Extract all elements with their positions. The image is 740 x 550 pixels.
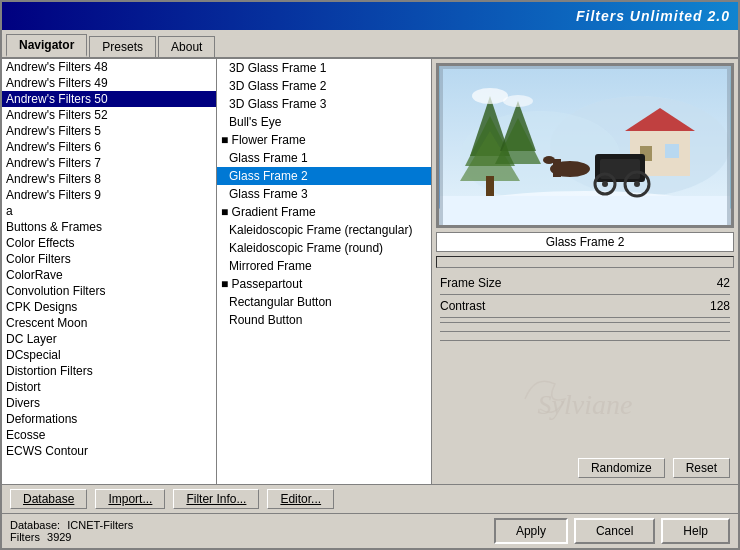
db-label: Database: bbox=[10, 519, 60, 531]
apply-button[interactable]: Apply bbox=[494, 518, 568, 544]
param-divider-2 bbox=[440, 331, 730, 332]
svg-point-24 bbox=[472, 88, 508, 104]
title-bar: Filters Unlimited 2.0 bbox=[2, 2, 738, 30]
progress-bar bbox=[436, 256, 734, 268]
svg-rect-14 bbox=[665, 144, 679, 158]
filter-list-item[interactable]: a bbox=[2, 203, 216, 219]
randomize-button[interactable]: Randomize bbox=[578, 458, 665, 478]
filters-label: Filters bbox=[10, 531, 40, 543]
sub-filter-item[interactable]: 3D Glass Frame 1 bbox=[217, 59, 431, 77]
database-button[interactable]: Database bbox=[10, 489, 87, 509]
filter-list-item[interactable]: Divers bbox=[2, 395, 216, 411]
tab-bar: Navigator Presets About bbox=[2, 30, 738, 59]
sub-filter-item[interactable]: Bull's Eye bbox=[217, 113, 431, 131]
params-container: Frame Size42Contrast128 bbox=[436, 274, 734, 320]
filter-list-panel: Andrew's Filters 48Andrew's Filters 49An… bbox=[2, 59, 217, 484]
filter-list-item[interactable]: Color Filters bbox=[2, 251, 216, 267]
filter-list-item[interactable]: DC Layer bbox=[2, 331, 216, 347]
sub-filter-item[interactable]: Glass Frame 3 bbox=[217, 185, 431, 203]
title-text: Filters Unlimited 2.0 bbox=[576, 8, 730, 24]
param-row: Frame Size42 bbox=[436, 274, 734, 292]
tab-navigator[interactable]: Navigator bbox=[6, 34, 87, 57]
filter-list-item[interactable]: Crescent Moon bbox=[2, 315, 216, 331]
filter-list-item[interactable]: Ecosse bbox=[2, 427, 216, 443]
editor-button[interactable]: Editor... bbox=[267, 489, 334, 509]
sub-filter-item[interactable]: ■ Flower Frame bbox=[217, 131, 431, 149]
filter-list-item[interactable]: Andrew's Filters 48 bbox=[2, 59, 216, 75]
status-bar: Database: ICNET-Filters Filters 3929 bbox=[10, 519, 494, 543]
filter-list-item[interactable]: Color Effects bbox=[2, 235, 216, 251]
svg-point-20 bbox=[634, 181, 640, 187]
help-button[interactable]: Help bbox=[661, 518, 730, 544]
sub-filter-item[interactable]: Glass Frame 2 bbox=[217, 167, 431, 185]
svg-point-23 bbox=[543, 156, 555, 164]
sub-filter-item[interactable]: Kaleidoscopic Frame (round) bbox=[217, 239, 431, 257]
filter-list-item[interactable]: Andrew's Filters 50 bbox=[2, 91, 216, 107]
main-content: Andrew's Filters 48Andrew's Filters 49An… bbox=[2, 59, 738, 484]
filter-list-item[interactable]: Andrew's Filters 49 bbox=[2, 75, 216, 91]
filter-list-item[interactable]: ECWS Contour bbox=[2, 443, 216, 459]
reset-button[interactable]: Reset bbox=[673, 458, 730, 478]
sub-filter-item[interactable]: Glass Frame 1 bbox=[217, 149, 431, 167]
right-panel: Glass Frame 2 Frame Size42Contrast128 Sy… bbox=[432, 59, 738, 484]
sub-filter-panel[interactable]: 3D Glass Frame 13D Glass Frame 23D Glass… bbox=[217, 59, 432, 484]
param-row: Contrast128 bbox=[436, 297, 734, 315]
filter-list-item[interactable]: Andrew's Filters 9 bbox=[2, 187, 216, 203]
preview-image bbox=[436, 63, 734, 228]
param-value: 42 bbox=[717, 276, 730, 290]
filter-list-item[interactable]: Andrew's Filters 6 bbox=[2, 139, 216, 155]
svg-rect-4 bbox=[440, 196, 730, 228]
sub-filter-item[interactable]: ■ Gradient Frame bbox=[217, 203, 431, 221]
filter-list-item[interactable]: Distort bbox=[2, 379, 216, 395]
param-label: Frame Size bbox=[440, 276, 501, 290]
filter-list-item[interactable]: CPK Designs bbox=[2, 299, 216, 315]
param-divider-3 bbox=[440, 340, 730, 341]
watermark-area: Sylviane bbox=[436, 343, 734, 454]
svg-rect-16 bbox=[600, 159, 640, 179]
filter-name-display: Glass Frame 2 bbox=[436, 232, 734, 252]
preview-area: Glass Frame 2 Frame Size42Contrast128 Sy… bbox=[432, 59, 738, 484]
db-value: ICNET-Filters bbox=[67, 519, 133, 531]
filter-list-item[interactable]: Andrew's Filters 8 bbox=[2, 171, 216, 187]
svg-point-25 bbox=[503, 95, 533, 107]
tab-about[interactable]: About bbox=[158, 36, 215, 57]
param-label: Contrast bbox=[440, 299, 485, 313]
filter-list-item[interactable]: Andrew's Filters 5 bbox=[2, 123, 216, 139]
filter-list-item[interactable]: ColorRave bbox=[2, 267, 216, 283]
svg-rect-8 bbox=[486, 176, 494, 196]
sub-filter-item[interactable]: 3D Glass Frame 3 bbox=[217, 95, 431, 113]
param-divider bbox=[440, 322, 730, 323]
main-window: Filters Unlimited 2.0 Navigator Presets … bbox=[0, 0, 740, 550]
tab-presets[interactable]: Presets bbox=[89, 36, 156, 57]
filter-list-item[interactable]: Deformations bbox=[2, 411, 216, 427]
filters-value: 3929 bbox=[47, 531, 71, 543]
filter-list[interactable]: Andrew's Filters 48Andrew's Filters 49An… bbox=[2, 59, 216, 484]
right-controls: Randomize Reset bbox=[436, 456, 734, 480]
filter-list-item[interactable]: DCspecial bbox=[2, 347, 216, 363]
bottom-toolbar: Database Import... Filter Info... Editor… bbox=[2, 484, 738, 513]
sub-filter-item[interactable]: Rectangular Button bbox=[217, 293, 431, 311]
sub-filter-item[interactable]: Round Button bbox=[217, 311, 431, 329]
sub-filter-item[interactable]: 3D Glass Frame 2 bbox=[217, 77, 431, 95]
param-value: 128 bbox=[710, 299, 730, 313]
sub-filter-item[interactable]: Mirrored Frame bbox=[217, 257, 431, 275]
action-buttons: Apply Cancel Help bbox=[494, 518, 730, 544]
filter-list-item[interactable]: Distortion Filters bbox=[2, 363, 216, 379]
filter-list-item[interactable]: Convolution Filters bbox=[2, 283, 216, 299]
filter-list-item[interactable]: Andrew's Filters 7 bbox=[2, 155, 216, 171]
cancel-button[interactable]: Cancel bbox=[574, 518, 655, 544]
import-button[interactable]: Import... bbox=[95, 489, 165, 509]
svg-point-18 bbox=[602, 181, 608, 187]
filter-list-item[interactable]: Buttons & Frames bbox=[2, 219, 216, 235]
filter-list-item[interactable]: Andrew's Filters 52 bbox=[2, 107, 216, 123]
sub-filter-item[interactable]: ■ Passepartout bbox=[217, 275, 431, 293]
sub-filter-item[interactable]: Kaleidoscopic Frame (rectangular) bbox=[217, 221, 431, 239]
filter-info-button[interactable]: Filter Info... bbox=[173, 489, 259, 509]
